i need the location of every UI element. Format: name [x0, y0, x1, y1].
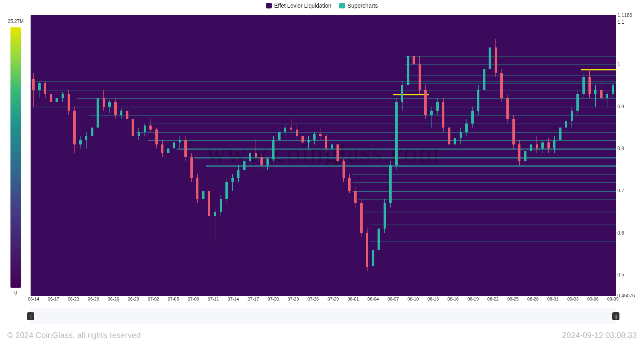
- x-tick: 09-03: [567, 297, 578, 301]
- candle: [424, 15, 427, 296]
- x-tick: 06-23: [88, 297, 99, 301]
- candle: [155, 15, 158, 296]
- colorbar-min: 0: [4, 290, 27, 296]
- legend-label-1: Effet Levier Liquidation: [274, 2, 331, 9]
- candle: [442, 15, 444, 296]
- candle: [208, 15, 210, 296]
- candle: [103, 15, 105, 296]
- candle: [301, 15, 304, 296]
- candle: [325, 15, 327, 296]
- x-tick: 06-14: [28, 297, 39, 301]
- heatmap-band: [77, 98, 616, 99]
- heatmap-band: [148, 124, 616, 124]
- candle: [594, 15, 597, 296]
- candle: [389, 15, 392, 296]
- candle: [448, 15, 450, 296]
- x-tick: 07-29: [328, 297, 339, 301]
- candle: [120, 15, 122, 296]
- candle: [600, 15, 603, 296]
- candle: [530, 15, 532, 296]
- legend-item-supercharts[interactable]: Supercharts: [339, 2, 378, 9]
- y-tick: 0.7: [617, 188, 624, 194]
- candle: [489, 15, 491, 296]
- x-tick: 08-01: [347, 297, 359, 301]
- candle: [547, 15, 550, 296]
- y-tick: 0.6: [617, 230, 624, 236]
- candle: [161, 15, 163, 296]
- candle: [202, 15, 204, 296]
- candle: [255, 15, 257, 296]
- x-tick: 08-19: [467, 297, 479, 301]
- candle: [553, 15, 555, 296]
- candle: [612, 15, 614, 296]
- x-tick: 06-26: [108, 297, 119, 301]
- candle: [144, 15, 146, 296]
- x-tick: 08-07: [388, 297, 399, 301]
- candle: [173, 15, 175, 296]
- x-tick: 07-05: [168, 297, 179, 301]
- candle: [524, 15, 526, 296]
- navigator-handle-right[interactable]: ||: [612, 312, 619, 320]
- candle: [50, 15, 52, 296]
- candle: [108, 15, 111, 296]
- legend-item-liquidation[interactable]: Effet Levier Liquidation: [266, 2, 331, 9]
- candle: [68, 15, 70, 296]
- candle: [278, 15, 281, 296]
- candle: [395, 15, 398, 296]
- x-tick: 06-17: [48, 297, 59, 301]
- candle: [495, 15, 497, 296]
- candle: [336, 15, 339, 296]
- heatmap-band: [148, 140, 616, 141]
- candle: [384, 15, 386, 296]
- candle: [471, 15, 474, 296]
- x-tick: 09-09: [607, 297, 619, 301]
- candle: [32, 15, 35, 296]
- candle: [284, 15, 286, 296]
- timestamp-text: 2024-09-12 03:08:33: [562, 331, 637, 340]
- candle: [465, 15, 468, 296]
- heatmap-band: [31, 81, 616, 82]
- x-tick: 08-04: [367, 297, 379, 301]
- price-y-axis: 1.11661.110.90.80.70.60.50.45075: [616, 15, 644, 296]
- y-tick: 0.5: [617, 272, 624, 278]
- x-tick: 08-10: [407, 297, 419, 301]
- candle: [260, 15, 263, 296]
- heatmap-band: [393, 94, 428, 95]
- x-tick: 07-23: [287, 297, 299, 301]
- candle: [184, 15, 187, 296]
- candle: [290, 15, 292, 296]
- candle: [132, 15, 134, 296]
- x-tick: 07-20: [268, 297, 279, 301]
- candle: [348, 15, 351, 296]
- colorbar-max: 25.27M: [4, 19, 27, 24]
- y-tick: 1.1: [617, 19, 624, 25]
- candle: [419, 15, 421, 296]
- x-tick: 08-25: [507, 297, 518, 301]
- main-chart-canvas[interactable]: www.coinglass.com: [31, 15, 616, 296]
- candle: [179, 15, 181, 296]
- navigator-handle-left[interactable]: ||: [27, 312, 34, 320]
- x-tick: 07-26: [308, 297, 319, 301]
- copyright-text: © 2024 CoinGlass, all rights reserved: [7, 331, 141, 340]
- x-tick: 08-22: [487, 297, 499, 301]
- candle: [460, 15, 462, 296]
- x-tick: 07-11: [208, 297, 219, 301]
- candle: [272, 15, 275, 296]
- candle: [576, 15, 579, 296]
- legend-label-2: Supercharts: [347, 2, 378, 9]
- y-tick: 0.8: [617, 146, 624, 151]
- candle: [343, 15, 345, 296]
- x-tick: 08-16: [448, 297, 459, 301]
- heatmap-band: [31, 90, 616, 91]
- candle: [44, 15, 46, 296]
- heatmap-band: [31, 107, 616, 107]
- x-tick: 06-29: [128, 297, 139, 301]
- candle: [243, 15, 246, 296]
- x-tick: 07-14: [228, 297, 239, 301]
- candle: [149, 15, 152, 296]
- x-tick: 07-08: [188, 297, 199, 301]
- candle: [506, 15, 509, 296]
- candle: [56, 15, 58, 296]
- range-navigator[interactable]: || ||: [31, 308, 616, 324]
- candle: [436, 15, 439, 296]
